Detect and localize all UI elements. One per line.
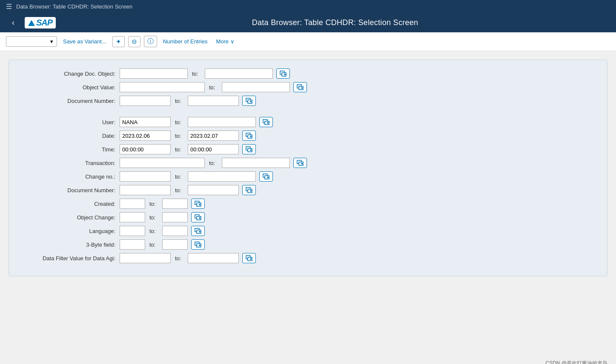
to-label-3-byte-field: to: — [149, 242, 158, 248]
label-time: Time: — [26, 146, 120, 153]
range-select-icon-date — [246, 133, 252, 139]
range-btn-user[interactable] — [259, 117, 273, 127]
input-change-doc-object-to[interactable] — [205, 68, 273, 79]
to-label-date: to: — [175, 133, 183, 139]
number-of-entries-button[interactable]: Number of Entries — [160, 37, 210, 46]
to-label-object-value: to: — [209, 84, 218, 91]
back-button[interactable]: ‹ — [9, 17, 18, 29]
range-btn-3-byte-field[interactable] — [191, 239, 205, 250]
range-btn-data-filter[interactable] — [242, 253, 256, 263]
hamburger-icon[interactable]: ☰ — [6, 3, 12, 11]
minus-icon-button[interactable]: ⊖ — [128, 36, 140, 47]
label-3-byte-field: 3-Byte field: — [26, 242, 120, 248]
to-label-language: to: — [149, 228, 158, 234]
sap-logo-text: SAP — [36, 18, 52, 28]
range-btn-created[interactable] — [191, 199, 205, 209]
sap-header: ‹ SAP Data Browser: Table CDHDR: Selecti… — [0, 13, 616, 32]
range-select-icon-time — [246, 146, 252, 152]
sap-logo: SAP — [25, 17, 56, 28]
range-select-icon-language — [195, 228, 201, 234]
range-btn-object-value[interactable] — [293, 82, 307, 92]
form-row-created: Created: to: — [26, 199, 590, 209]
range-select-icon-doc-num-2 — [246, 187, 252, 193]
to-label-change-doc-object: to: — [192, 71, 201, 77]
range-btn-change-doc-object[interactable] — [276, 68, 290, 79]
range-btn-date[interactable] — [242, 131, 256, 141]
range-btn-object-change[interactable] — [191, 212, 205, 222]
input-3-byte-field-to[interactable] — [162, 239, 188, 250]
form-row-time: Time: to: — [26, 144, 590, 154]
info-icon-button[interactable]: ⓘ — [144, 36, 157, 47]
label-document-number-2: Document Number: — [26, 187, 120, 193]
form-row-document-number-2: Document Number: to: — [26, 185, 590, 195]
form-row-3-byte-field: 3-Byte field: to: — [26, 239, 590, 250]
input-object-change-from[interactable] — [120, 212, 145, 222]
form-row-object-change: Object Change: to: — [26, 212, 590, 222]
toolbar: ▾ Save as Variant... ✦ ⊖ ⓘ Number of Ent… — [0, 32, 616, 51]
input-data-filter-from[interactable] — [120, 253, 171, 263]
range-btn-language[interactable] — [191, 226, 205, 236]
main-content: Change Doc. Object: to: Object Value: to… — [0, 51, 616, 355]
range-btn-change-no[interactable] — [259, 171, 273, 182]
more-label: More — [216, 38, 229, 45]
input-data-filter-to[interactable] — [188, 253, 239, 263]
form-row-change-doc-object: Change Doc. Object: to: — [26, 68, 590, 79]
input-change-no-from[interactable] — [120, 171, 171, 182]
input-user-to[interactable] — [188, 117, 256, 127]
form-row-object-value: Object Value: to: — [26, 82, 590, 92]
input-language-from[interactable] — [120, 226, 145, 236]
range-btn-document-number-2[interactable] — [242, 185, 256, 195]
range-select-icon-3 — [246, 98, 252, 104]
input-created-from[interactable] — [120, 199, 145, 209]
input-transaction-from[interactable] — [120, 158, 205, 168]
label-object-change: Object Change: — [26, 214, 120, 221]
input-date-to[interactable] — [188, 131, 239, 141]
save-variant-button[interactable]: Save as Variant... — [60, 37, 109, 46]
input-language-to[interactable] — [162, 226, 188, 236]
label-language: Language: — [26, 228, 120, 234]
input-change-doc-object-from[interactable] — [120, 68, 188, 79]
input-user-from[interactable] — [120, 117, 171, 127]
form-row-user: User: to: — [26, 117, 590, 127]
label-date: Date: — [26, 133, 120, 139]
range-select-icon-transaction — [297, 160, 304, 166]
label-object-value: Object Value: — [26, 84, 120, 91]
range-select-icon-change-no — [263, 173, 269, 179]
sap-logo-triangle — [28, 20, 35, 26]
input-document-number-2-from[interactable] — [120, 185, 171, 195]
range-select-icon-3-byte — [195, 242, 201, 247]
move-icon-button[interactable]: ✦ — [112, 36, 125, 47]
input-3-byte-field-from[interactable] — [120, 239, 145, 250]
input-transaction-to[interactable] — [222, 158, 290, 168]
variant-dropdown-arrow: ▾ — [50, 38, 53, 45]
input-object-value-to[interactable] — [222, 82, 290, 92]
form-row-document-number-1: Document Number: to: — [26, 96, 590, 106]
input-time-from[interactable] — [120, 144, 171, 154]
input-time-to[interactable] — [188, 144, 239, 154]
input-document-number-1-from[interactable] — [120, 96, 171, 106]
form-card: Change Doc. Object: to: Object Value: to… — [9, 60, 607, 276]
form-row-date: Date: to: — [26, 131, 590, 141]
input-created-to[interactable] — [162, 199, 188, 209]
more-button[interactable]: More ∨ — [213, 37, 237, 46]
form-row-language: Language: to: — [26, 226, 590, 236]
input-date-from[interactable] — [120, 131, 171, 141]
to-label-object-change: to: — [149, 214, 158, 221]
input-document-number-1-to[interactable] — [188, 96, 239, 106]
range-btn-time[interactable] — [242, 144, 256, 154]
range-btn-document-number-1[interactable] — [242, 96, 256, 106]
label-change-no: Change no.: — [26, 173, 120, 180]
range-btn-transaction[interactable] — [293, 158, 307, 168]
label-data-filter: Data Filter Value for Data Agi: — [26, 255, 120, 262]
form-section-2: User: to: Date: to: — [26, 117, 590, 263]
to-label-user: to: — [175, 119, 183, 125]
input-document-number-2-to[interactable] — [188, 185, 239, 195]
to-label-document-number-1: to: — [175, 98, 183, 104]
footer-watermark: CSDN @喜欢打酱油的老鸟 — [0, 355, 616, 364]
form-row-transaction: Transaction: to: — [26, 158, 590, 168]
variant-dropdown[interactable]: ▾ — [6, 36, 57, 47]
input-object-value-from[interactable] — [120, 82, 205, 92]
input-object-change-to[interactable] — [162, 212, 188, 222]
label-change-doc-object: Change Doc. Object: — [26, 71, 120, 77]
input-change-no-to[interactable] — [188, 171, 256, 182]
